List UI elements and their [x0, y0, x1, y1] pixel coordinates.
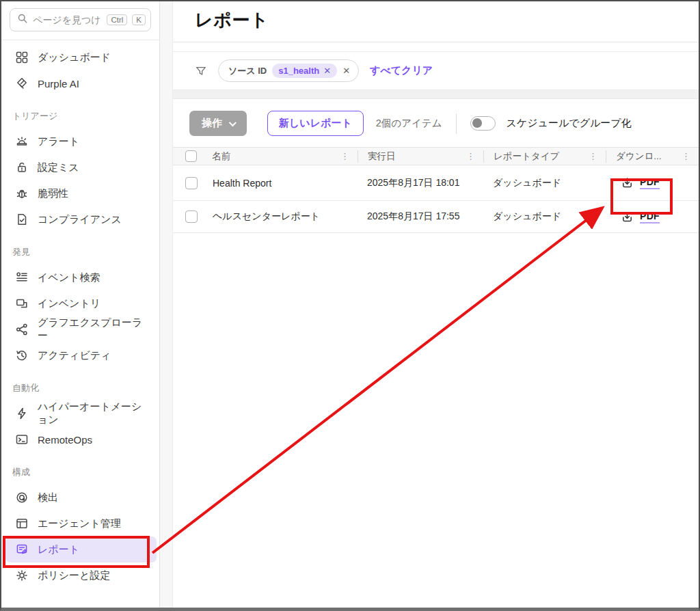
sidebar-item-label: アラート: [38, 135, 79, 148]
report-type: ダッシュボード: [483, 165, 606, 200]
event-search-icon: [15, 271, 29, 284]
pdf-label: PDF: [640, 211, 660, 223]
actions-button-label: 操作: [202, 117, 222, 130]
row-checkbox[interactable]: [185, 177, 198, 189]
lock-alert-icon: [15, 161, 29, 174]
sidebar-item-radar[interactable]: 検出: [5, 485, 157, 511]
sidebar-item-label: イベント検索: [38, 271, 100, 284]
filter-value-text: s1_health: [278, 66, 319, 76]
filter-chip: ソース ID s1_health ✕ ✕: [218, 59, 359, 82]
column-header: ダウンロ...⋮: [606, 150, 699, 163]
sidebar-item-terminal[interactable]: RemoteOps: [5, 426, 157, 452]
group-by-schedule-toggle[interactable]: [470, 116, 496, 131]
toolbar-divider: [456, 113, 457, 134]
pdf-label: PDF: [640, 176, 660, 189]
sidebar-item-history[interactable]: アクティビティ: [5, 342, 157, 368]
nav-section-label: トリアージ: [1, 96, 159, 128]
bug-icon: [15, 187, 29, 200]
actions-button[interactable]: 操作: [189, 111, 247, 136]
row-checkbox[interactable]: [185, 211, 198, 223]
page-search[interactable]: Ctrl K: [10, 8, 151, 31]
table-header-row: 名前⋮実行日⋮レポートタイプ⋮ダウンロ...⋮: [173, 147, 699, 165]
download-icon: [621, 176, 634, 189]
chevron-down-icon: [229, 118, 237, 126]
column-header: 名前⋮: [173, 150, 358, 163]
siren-icon: [15, 135, 29, 148]
sidebar-scrollbar-track[interactable]: [160, 1, 173, 608]
download-icon: [621, 211, 634, 223]
group-toggle-label: スケジュールでグループ化: [507, 117, 632, 130]
sidebar-item-bolt[interactable]: ハイパーオートメーション: [5, 400, 157, 426]
sidebar-item-label: Purple AI: [38, 78, 79, 90]
download-pdf-link[interactable]: PDF: [615, 211, 660, 223]
sidebar-item-label: アクティビティ: [38, 349, 111, 362]
sidebar-item-graph[interactable]: グラフエクスプローラー: [5, 316, 157, 342]
inventory-icon: [15, 297, 29, 310]
remove-value-icon[interactable]: ✕: [323, 66, 331, 75]
column-header: レポートタイプ⋮: [483, 150, 606, 163]
sidebar-item-label: グラフエクスプローラー: [38, 316, 150, 342]
purple-ai-icon: [15, 77, 29, 90]
agent-icon: [15, 517, 29, 530]
new-report-button[interactable]: 新しいレポート: [267, 111, 364, 136]
filter-bar: ソース ID s1_health ✕ ✕ すべてクリア: [173, 51, 699, 90]
download-pdf-link[interactable]: PDF: [615, 176, 660, 189]
table-row[interactable]: Health Report2025年8月17日 18:01ダッシュボードPDF: [173, 165, 699, 201]
clear-all-filters-link[interactable]: すべてクリア: [370, 64, 433, 77]
sidebar-item-label: エージェント管理: [38, 517, 121, 530]
sidebar-item-label: インベントリ: [38, 297, 100, 310]
report-name: ヘルスセンターレポート: [213, 211, 320, 223]
select-all-checkbox[interactable]: [185, 150, 197, 162]
app-window: Ctrl K ダッシュボードPurple AIトリアージアラート設定ミス脆弱性コ…: [1, 1, 699, 608]
dashboard-icon: [15, 51, 29, 64]
table-toolbar: 操作 新しいレポート 2個のアイテム スケジュールでグループ化: [173, 99, 699, 147]
column-menu-icon[interactable]: ⋮: [338, 151, 352, 161]
page-title: レポート: [195, 8, 699, 32]
sidebar: Ctrl K ダッシュボードPurple AIトリアージアラート設定ミス脆弱性コ…: [1, 1, 160, 608]
sidebar-item-gear[interactable]: ポリシーと設定: [5, 562, 157, 588]
sidebar-item-dashboard[interactable]: ダッシュボード: [5, 44, 157, 70]
reports-table: 名前⋮実行日⋮レポートタイプ⋮ダウンロ...⋮Health Report2025…: [173, 147, 699, 233]
sidebar-item-label: コンプライアンス: [38, 213, 122, 226]
section-divider: [173, 90, 699, 99]
items-count: 2個のアイテム: [376, 117, 442, 130]
sidebar-item-doc-check[interactable]: コンプライアンス: [5, 206, 157, 232]
report-icon: [15, 543, 29, 556]
column-menu-icon[interactable]: ⋮: [463, 151, 478, 161]
sidebar-item-inventory[interactable]: インベントリ: [5, 290, 157, 316]
column-header-label: 実行日: [368, 150, 396, 163]
column-header-label: レポートタイプ: [494, 150, 559, 163]
table-row[interactable]: ヘルスセンターレポート2025年8月17日 17:55ダッシュボードPDF: [173, 201, 699, 233]
column-menu-icon[interactable]: ⋮: [586, 151, 600, 161]
sidebar-item-event-search[interactable]: イベント検索: [5, 264, 157, 290]
search-input[interactable]: [33, 14, 102, 25]
column-menu-icon[interactable]: ⋮: [679, 151, 693, 161]
shortcut-k-key: K: [132, 14, 146, 25]
sidebar-item-agent[interactable]: エージェント管理: [5, 511, 157, 537]
terminal-icon: [15, 433, 29, 446]
column-header-label: 名前: [212, 150, 230, 163]
report-run-date: 2025年8月17日 17:55: [358, 201, 483, 232]
sidebar-item-siren[interactable]: アラート: [5, 128, 157, 154]
shortcut-ctrl-key: Ctrl: [107, 14, 127, 25]
radar-icon: [15, 491, 29, 504]
sidebar-nav: ダッシュボードPurple AIトリアージアラート設定ミス脆弱性コンプライアンス…: [1, 40, 159, 608]
sidebar-item-purple-ai[interactable]: Purple AI: [5, 70, 157, 96]
sidebar-item-report[interactable]: レポート: [5, 537, 157, 562]
sidebar-item-lock-alert[interactable]: 設定ミス: [5, 154, 157, 180]
sidebar-item-label: レポート: [38, 543, 79, 556]
toggle-knob: [472, 118, 483, 128]
sidebar-item-label: ハイパーオートメーション: [38, 400, 150, 426]
remove-filter-icon[interactable]: ✕: [342, 66, 350, 75]
main-content: レポート ソース ID s1_health ✕ ✕ すべてクリア 操作: [173, 1, 699, 608]
doc-check-icon: [15, 213, 29, 226]
report-run-date: 2025年8月17日 18:01: [358, 165, 483, 200]
gear-icon: [15, 569, 29, 582]
report-type: ダッシュボード: [483, 201, 606, 232]
filter-chip-field: ソース ID: [228, 65, 267, 77]
nav-section-label: 発見: [1, 232, 159, 264]
sidebar-item-bug[interactable]: 脆弱性: [5, 180, 157, 206]
report-name: Health Report: [213, 178, 271, 189]
filter-funnel-icon[interactable]: [195, 65, 207, 77]
sidebar-search-area: Ctrl K: [1, 1, 159, 40]
